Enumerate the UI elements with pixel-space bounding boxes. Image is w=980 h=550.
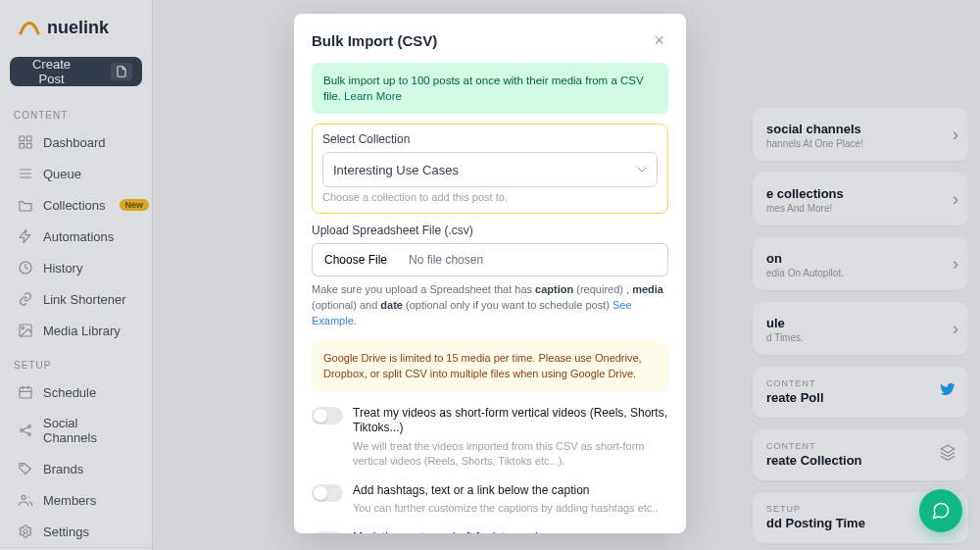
info-alert: Bulk import up to 100 posts at once with…	[312, 63, 668, 114]
select-helper: Choose a collection to add this post to.	[322, 191, 658, 203]
select-collection-label: Select Collection	[322, 132, 658, 146]
file-input: Choose File No file chosen	[312, 243, 668, 276]
toggle-switch[interactable]	[312, 407, 343, 425]
choose-file-button[interactable]: Choose File	[312, 243, 399, 276]
toggle-switch[interactable]	[312, 484, 343, 502]
chat-icon	[931, 501, 951, 521]
upload-label: Upload Spreadsheet File (.csv)	[312, 224, 668, 237]
toggle-hashtags: Add hashtags, text or a link below the c…	[312, 483, 668, 517]
toggle-shortform: Treat my videos as short-form vertical v…	[312, 406, 668, 470]
toggle-title: Treat my videos as short-form vertical v…	[353, 406, 668, 436]
close-icon[interactable]: ×	[650, 29, 668, 51]
toggle-draft: Mark the posts as draft for later review…	[312, 530, 668, 533]
toggle-title: Mark the posts as draft for later review…	[353, 530, 578, 533]
bulk-import-modal: Bulk Import (CSV) × Bulk import up to 10…	[294, 14, 686, 533]
toggle-sub: We will treat the videos imported from t…	[353, 439, 668, 470]
file-name-display: No file chosen	[399, 243, 668, 276]
modal-title: Bulk Import (CSV)	[312, 32, 437, 49]
chat-widget-button[interactable]	[919, 489, 962, 532]
toggle-switch[interactable]	[312, 531, 343, 533]
gdrive-warning: Google Drive is limited to 15 media per …	[312, 341, 668, 392]
collection-field: Select Collection Interesting Use Cases …	[312, 124, 668, 214]
learn-more-link[interactable]: Learn More	[344, 90, 402, 102]
collection-select[interactable]: Interesting Use Cases	[322, 152, 658, 187]
toggle-title: Add hashtags, text or a link below the c…	[353, 483, 658, 499]
toggle-sub: You can further customize the captions b…	[353, 501, 658, 516]
upload-helper: Make sure you upload a Spreadsheet that …	[312, 282, 668, 329]
